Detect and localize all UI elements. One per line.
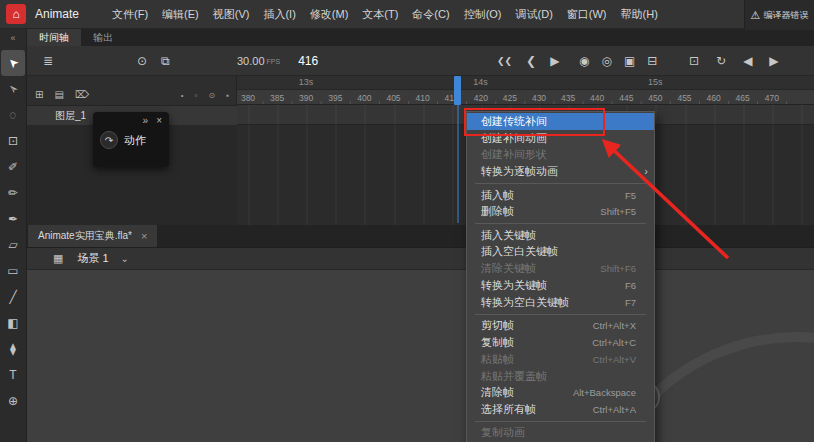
context-menu-item[interactable]: 粘贴并覆盖帧 [467,368,654,385]
frame-number[interactable]: 390 [299,93,313,103]
context-menu-item[interactable]: 剪切帧 Ctrl+Alt+X [467,317,654,334]
menu-item[interactable]: 视图(V) [206,0,257,29]
camera-icon[interactable]: ⊙ [137,54,147,68]
menu-item[interactable]: 窗口(W) [560,0,614,29]
menu-item[interactable]: 文件(F) [105,0,155,29]
paint-bucket-tool[interactable]: ◧ [1,310,25,336]
menu-item[interactable]: 调试(D) [509,0,560,29]
collapse-panel-icon[interactable]: « [10,32,15,45]
chevron-down-icon[interactable]: ⌄ [121,253,129,264]
layer-depth-icon[interactable]: ⧉ [161,54,170,68]
actions-icon[interactable]: ↷ [100,131,118,149]
frame-number[interactable]: 395 [328,93,342,103]
step-back-icon[interactable]: ❮ [526,54,536,68]
layers-icon[interactable]: ≣ [43,54,53,68]
center-frame-icon[interactable]: ⊡ [689,54,699,68]
frame-number[interactable]: 405 [386,93,400,103]
lasso-tool[interactable]: ◌ [1,102,25,128]
new-folder-icon[interactable]: ▤ [54,89,63,100]
context-menu-item[interactable]: 清除关键帧 Shift+F6 [467,260,654,277]
popup-close-icon[interactable]: × [156,116,162,126]
delete-layer-icon[interactable]: ⌦ [75,89,89,100]
menu-item[interactable]: 编辑(E) [155,0,206,29]
selection-tool[interactable]: ➤ [1,50,25,76]
subselection-tool[interactable]: ➢ [1,76,25,102]
free-transform-tool[interactable]: ⊡ [1,128,25,154]
onion-skin-icon[interactable]: ◉ [579,54,589,68]
context-menu-item[interactable]: 复制动画 [467,425,654,442]
onion-skin-outlines-icon[interactable]: ◎ [601,54,611,68]
frame-number[interactable]: 445 [619,93,633,103]
ink-bottle-tool[interactable]: ⧫ [1,336,25,362]
fluid-brush-tool[interactable]: ✐ [1,154,25,180]
panel-tab[interactable]: 输出 [81,29,125,46]
context-menu-item[interactable]: 转换为空白关键帧 F7 [467,294,654,311]
frame-number[interactable]: 430 [532,93,546,103]
visibility-column-icon[interactable]: ⊙ [208,91,215,100]
home-icon[interactable]: ⌂ [6,4,26,24]
context-menu-item[interactable]: 插入空白关键帧 [467,244,654,261]
frame-number[interactable]: 455 [677,93,691,103]
stage[interactable]: B [27,270,814,442]
next-keyframe-icon[interactable]: ▶ [769,54,778,68]
context-menu-item[interactable]: 创建传统补间 [467,113,654,130]
modify-markers-icon[interactable]: ⊟ [647,54,657,68]
menu-item[interactable]: 命令(C) [405,0,456,29]
popup-menu-icon[interactable]: » [143,116,149,126]
frame-number[interactable]: 425 [503,93,517,103]
playhead[interactable] [454,76,461,105]
text-tool[interactable]: T [1,362,25,388]
tool-glyph: ▭ [7,264,18,278]
panel-tab[interactable]: 时间轴 [27,29,81,46]
context-menu-item[interactable]: 选择所有帧 Ctrl+Alt+A [467,401,654,418]
line-tool[interactable]: ╱ [1,284,25,310]
outline-column-icon[interactable]: ▫ [195,91,198,100]
highlight-column-icon[interactable]: • [181,91,184,100]
compiler-errors-panel[interactable]: ⚠ 编译器错误 [744,0,814,30]
frame-number[interactable]: 380 [241,93,255,103]
context-menu-item[interactable]: 清除帧 Alt+Backspace [467,384,654,401]
frame-number[interactable]: 450 [648,93,662,103]
menu-item[interactable]: 帮助(H) [614,0,665,29]
context-menu-item[interactable]: 创建补间形状 [467,147,654,164]
context-menu-item[interactable]: 删除帧 Shift+F5 [467,203,654,220]
menu-item[interactable]: 插入(I) [256,0,302,29]
rectangle-tool[interactable]: ▭ [1,258,25,284]
frame-number[interactable]: 440 [590,93,604,103]
go-to-first-frame-icon[interactable]: ❮❮ [497,56,512,66]
classic-brush-tool[interactable]: ✏ [1,180,25,206]
frame-number[interactable]: 385 [270,93,284,103]
menu-item[interactable]: 文本(T) [355,0,405,29]
context-menu-item[interactable]: 粘贴帧 Ctrl+Alt+V [467,351,654,368]
eraser-tool[interactable]: ▱ [1,232,25,258]
frame-number[interactable]: 435 [561,93,575,103]
frame-number[interactable]: 400 [357,93,371,103]
edit-multiple-frames-icon[interactable]: ▣ [624,54,635,68]
pen-tool[interactable]: ✒ [1,206,25,232]
lock-column-icon[interactable]: ▪ [226,91,229,100]
document-tab[interactable]: Animate实用宝典.fla* × [28,225,157,247]
close-icon[interactable]: × [141,230,147,242]
context-menu-item[interactable]: 创建补间动画 [467,130,654,147]
context-menu-item[interactable]: 复制帧 Ctrl+Alt+C [467,334,654,351]
frame-number[interactable]: 410 [416,93,430,103]
frame-number[interactable]: 460 [707,93,721,103]
fps-value[interactable]: 30.00 [237,55,265,67]
play-icon[interactable]: ▶ [550,54,559,68]
context-menu-item[interactable]: 转换为关键帧 F6 [467,277,654,294]
context-menu-item[interactable]: 转换为逐帧动画 [467,163,654,180]
menu-item[interactable]: 控制(O) [457,0,509,29]
current-frame-value[interactable]: 416 [298,54,318,68]
tool-glyph: ◌ [9,108,16,122]
context-menu-item[interactable]: 插入帧 F5 [467,187,654,204]
menu-item[interactable]: 修改(M) [303,0,356,29]
frame-number[interactable]: 420 [474,93,488,103]
context-menu-item[interactable]: 插入关键帧 [467,227,654,244]
new-layer-icon[interactable]: ⊞ [35,89,43,100]
frame-ruler[interactable]: 3803853903954004054104154204254304354404… [237,89,814,105]
frame-number[interactable]: 465 [736,93,750,103]
zoom-tool[interactable]: ⊕ [1,388,25,414]
previous-keyframe-icon[interactable]: ◀ [743,54,752,68]
frame-number[interactable]: 470 [765,93,779,103]
loop-icon[interactable]: ↻ [716,54,726,68]
